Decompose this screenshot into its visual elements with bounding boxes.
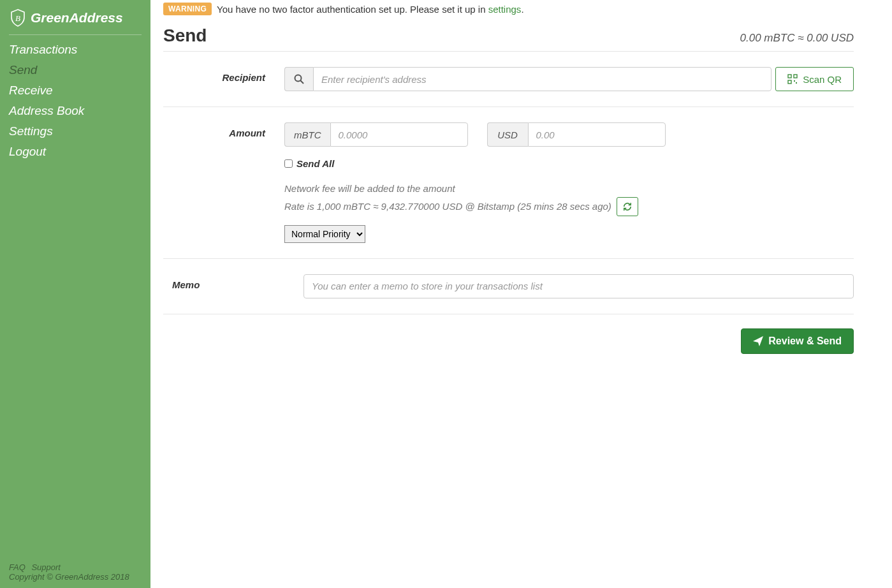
address-lookup-button[interactable] [284,67,313,91]
shield-bitcoin-icon: B [10,9,26,27]
brand-text: GreenAddress [31,10,123,26]
send-all-label: Send All [296,158,334,169]
refresh-rate-button[interactable] [617,197,638,216]
qr-icon [787,74,798,84]
main: WARNING You have no two factor authentic… [150,0,892,588]
recipient-section: Recipient Scan QR [163,52,854,107]
priority-select[interactable]: Normal Priority [284,225,365,243]
sidebar-item-send[interactable]: Send [9,62,142,78]
sidebar-item-transactions[interactable]: Transactions [9,41,142,58]
scan-qr-button[interactable]: Scan QR [775,67,854,91]
faq-link[interactable]: FAQ [9,562,26,572]
svg-rect-7 [796,82,797,84]
warning-settings-link[interactable]: settings [488,4,522,15]
memo-section: Memo [163,259,854,314]
review-send-button[interactable]: Review & Send [741,328,854,354]
warning-bar: WARNING You have no two factor authentic… [163,3,854,26]
sidebar-item-settings[interactable]: Settings [9,123,142,140]
copyright: Copyright © GreenAddress 2018 [9,572,142,582]
refresh-icon [623,202,632,211]
sidebar-item-address-book[interactable]: Address Book [9,103,142,119]
sidebar: B GreenAddress Transactions Send Receive… [0,0,150,588]
memo-input[interactable] [303,274,854,298]
fiat-amount-input[interactable] [528,122,666,147]
send-all-row[interactable]: Send All [284,158,854,169]
sidebar-item-receive[interactable]: Receive [9,82,142,99]
page-head: Send 0.00 mBTC ≈ 0.00 USD [163,26,854,52]
warning-badge: WARNING [163,3,212,15]
fee-note: Network fee will be added to the amount [284,180,854,197]
svg-line-2 [301,81,304,84]
crypto-amount-input[interactable] [330,122,468,147]
svg-text:B: B [15,13,20,23]
sidebar-footer: FAQ Support Copyright © GreenAddress 201… [9,562,142,582]
recipient-label: Recipient [163,67,265,83]
balance: 0.00 mBTC ≈ 0.00 USD [740,32,854,45]
sidebar-item-logout[interactable]: Logout [9,143,142,160]
fiat-unit-addon: USD [487,122,528,147]
recipient-input[interactable] [313,67,771,91]
warning-message: You have no two factor authentication se… [217,4,523,15]
search-icon [294,74,304,84]
scan-qr-label: Scan QR [803,74,842,85]
svg-rect-4 [794,75,797,78]
send-all-checkbox[interactable] [284,159,293,168]
paper-plane-icon [753,336,763,346]
amount-section: Amount mBTC USD Send All [163,107,854,259]
svg-rect-3 [788,75,791,78]
svg-rect-5 [788,80,791,84]
brand: B GreenAddress [9,6,142,35]
crypto-unit-addon: mBTC [284,122,330,147]
svg-point-1 [295,75,302,82]
page-title: Send [163,26,207,46]
support-link[interactable]: Support [31,562,61,572]
fiat-amount-group: USD [487,122,666,147]
actions: Review & Send [163,314,854,354]
amount-label: Amount [163,122,265,138]
rate-note: Rate is 1,000 mBTC ≈ 9,432.770000 USD @ … [284,198,611,215]
nav: Transactions Send Receive Address Book S… [9,41,142,160]
memo-label: Memo [163,274,201,290]
crypto-amount-group: mBTC [284,122,468,147]
amount-notes: Network fee will be added to the amount … [284,180,854,216]
svg-rect-6 [794,80,795,82]
review-send-label: Review & Send [768,335,842,347]
